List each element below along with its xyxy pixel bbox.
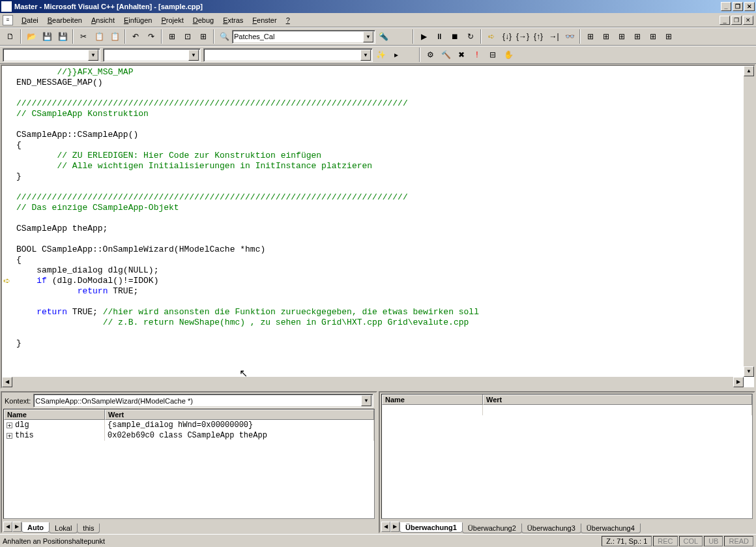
step-into-icon[interactable]: {↓} (500, 29, 514, 44)
mdi-minimize-button[interactable]: _ (720, 16, 730, 25)
menu-ansicht[interactable]: Ansicht (87, 15, 119, 25)
paste-icon[interactable]: 📋 (108, 29, 122, 44)
close-button[interactable]: ✕ (744, 2, 755, 11)
undo-icon[interactable]: ↶ (128, 29, 143, 44)
debug-restart-icon[interactable]: ↻ (463, 29, 478, 44)
stop-build-icon[interactable]: ✖ (454, 48, 469, 62)
status-indicator-read: READ (724, 536, 753, 546)
column-header-name[interactable]: Name (382, 394, 483, 405)
window-list-icon[interactable]: ⊡ (181, 29, 195, 44)
memory-window-icon[interactable]: ⊞ (630, 29, 645, 44)
compile-icon[interactable]: ⚙ (423, 48, 437, 62)
open-icon[interactable]: 📂 (24, 29, 38, 44)
menu-debug[interactable]: Debug (188, 15, 218, 25)
menu-datei[interactable]: Datei (17, 15, 43, 25)
workspace-icon[interactable]: ⊞ (165, 29, 179, 44)
chevron-down-icon[interactable]: ▼ (363, 31, 373, 42)
chevron-down-icon[interactable]: ▼ (88, 50, 98, 61)
column-header-name[interactable]: Name (4, 409, 105, 420)
debug-stop-icon[interactable]: ⏹ (448, 29, 462, 44)
execute-icon[interactable]: ! (470, 48, 484, 62)
variables-tabs: ◀ ▶ AutoLokalthis (2, 519, 376, 532)
member-combo[interactable]: ▼ (103, 48, 201, 62)
debug-go-icon[interactable]: ▶ (416, 29, 431, 44)
tab-scroll-left-icon[interactable]: ◀ (381, 522, 390, 532)
minimize-button[interactable]: _ (721, 2, 731, 11)
menu-projekt[interactable]: Projekt (156, 15, 188, 25)
quickwatch-icon[interactable]: 👓 (562, 29, 577, 44)
class-combo[interactable]: ▼ (3, 48, 100, 62)
filter-combo[interactable]: ▼ (203, 48, 373, 62)
status-indicator-ub: UB (704, 536, 723, 546)
debug-break-icon[interactable]: ⏸ (432, 29, 446, 44)
tab-überwachung1[interactable]: Überwachung1 (400, 522, 463, 533)
status-indicator-rec: REC (653, 536, 677, 546)
chevron-down-icon[interactable]: ▼ (188, 50, 199, 61)
callstack-window-icon[interactable]: ⊞ (646, 29, 660, 44)
variable-row[interactable]: +dlg{sample_dialog hWnd=0x00000000} (4, 420, 374, 430)
vertical-scrollbar[interactable]: ▲ ▼ (744, 66, 754, 377)
menu-?[interactable]: ? (282, 15, 295, 25)
watch-tabs: ◀ ▶ Überwachung1Überwachung2Überwachung3… (380, 519, 754, 532)
tile-icon[interactable]: ⊞ (196, 29, 211, 44)
menu-bearbeiten[interactable]: Bearbeiten (43, 15, 87, 25)
tab-überwachung2[interactable]: Überwachung2 (462, 524, 522, 533)
column-header-value[interactable]: Wert (105, 409, 374, 420)
expand-icon[interactable]: + (7, 433, 12, 439)
watch-window-icon[interactable]: ⊞ (583, 29, 598, 44)
column-header-value[interactable]: Wert (483, 394, 752, 405)
context-label: Kontext: (5, 397, 31, 405)
tab-überwachung3[interactable]: Überwachung3 (521, 524, 581, 533)
code-editor[interactable]: ➪ //}}AFX_MSG_MAPEND_MESSAGE_MAP() /////… (1, 65, 755, 389)
watch-grid[interactable]: Name Wert (381, 394, 753, 519)
mdi-restore-button[interactable]: ❐ (731, 16, 742, 25)
find-icon[interactable]: 🔦 (376, 29, 390, 44)
save-all-icon[interactable]: 💾 (55, 29, 70, 44)
breakpoint-icon[interactable]: ✋ (501, 48, 516, 62)
chevron-down-icon[interactable]: ▼ (360, 50, 371, 61)
menu-einfügen[interactable]: Einfügen (119, 15, 156, 25)
tab-lokal[interactable]: Lokal (49, 524, 78, 533)
find-files-icon[interactable]: 🔍 (217, 29, 231, 44)
document-icon[interactable]: ≡ (3, 15, 13, 25)
mdi-close-button[interactable]: ✕ (743, 16, 753, 25)
tab-überwachung4[interactable]: Überwachung4 (581, 524, 641, 533)
tab-auto[interactable]: Auto (22, 522, 50, 533)
registers-window-icon[interactable]: ⊞ (615, 29, 629, 44)
step-over-icon[interactable]: {→} (516, 29, 530, 44)
tab-scroll-left-icon[interactable]: ◀ (3, 522, 12, 532)
build-icon[interactable]: 🔨 (439, 48, 453, 62)
wizard-icon[interactable]: ✨ (373, 48, 388, 62)
save-icon[interactable]: 💾 (40, 29, 54, 44)
step-out-icon[interactable]: {↑} (531, 29, 545, 44)
context-combo[interactable]: CSampleApp::OnSampleWizard(HModelCache *… (33, 394, 373, 407)
status-bar: Anhalten an Positionshaltepunkt Z.: 71, … (0, 534, 756, 547)
run-to-cursor-icon[interactable]: →| (547, 29, 561, 44)
menu-fenster[interactable]: Fenster (248, 15, 281, 25)
variables-grid[interactable]: Name Wert +dlg{sample_dialog hWnd=0x0000… (3, 409, 375, 519)
copy-icon[interactable]: 📋 (92, 29, 106, 44)
cut-icon[interactable]: ✂ (76, 29, 91, 44)
go-icon[interactable]: ⊟ (486, 48, 500, 62)
restore-button[interactable]: ❐ (733, 2, 743, 11)
chevron-down-icon[interactable]: ▼ (361, 395, 371, 406)
scroll-right-icon[interactable]: ▶ (733, 377, 744, 387)
show-next-icon[interactable]: ➪ (484, 29, 499, 44)
tab-scroll-right-icon[interactable]: ▶ (12, 522, 22, 532)
disassembly-window-icon[interactable]: ⊞ (662, 29, 676, 44)
variable-row[interactable]: +this0x02eb69c0 class CSampleApp theApp (4, 430, 374, 441)
config-combo[interactable]: Patches_Cal ▼ (232, 30, 375, 44)
variables-window-icon[interactable]: ⊞ (599, 29, 613, 44)
new-file-icon[interactable]: 🗋 (3, 29, 18, 44)
expand-icon[interactable]: + (7, 422, 12, 428)
scroll-left-icon[interactable]: ◀ (2, 377, 12, 387)
redo-icon[interactable]: ↷ (144, 29, 158, 44)
menu-extras[interactable]: Extras (218, 15, 248, 25)
action-icon[interactable]: ▸ (389, 48, 403, 62)
tab-this[interactable]: this (77, 524, 100, 533)
tab-scroll-right-icon[interactable]: ▶ (390, 522, 400, 532)
scroll-up-icon[interactable]: ▲ (744, 66, 754, 76)
horizontal-scrollbar[interactable]: ◀ ▶ (2, 377, 744, 387)
scroll-down-icon[interactable]: ▼ (744, 366, 754, 377)
main-toolbar: 🗋 📂 💾 💾 ✂ 📋 📋 ↶ ↷ ⊞ ⊡ ⊞ 🔍 Patches_Cal ▼ … (0, 27, 756, 46)
